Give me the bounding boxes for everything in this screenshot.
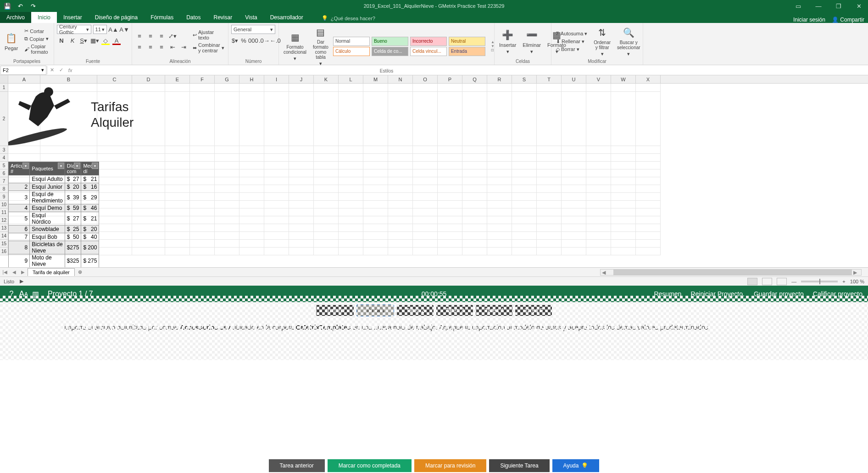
tab-developer[interactable]: Desarrollador [264,12,310,23]
col-header-S[interactable]: S [512,75,537,83]
row-header[interactable]: 12 [0,216,8,224]
table-header[interactable]: Artículo #▾ [9,162,30,175]
bold-icon[interactable]: N [57,36,66,45]
accounting-icon[interactable]: $▾ [231,36,239,45]
cut-button[interactable]: ✂Cortar [22,28,51,34]
save-icon[interactable]: 💾 [4,2,11,10]
mark-review-button[interactable]: Marcar para revisión [414,459,486,472]
col-header-B[interactable]: B [40,75,97,83]
tab-review[interactable]: Revisar [207,12,239,23]
indent-dec-icon[interactable]: ⇤ [168,42,177,51]
formula-input[interactable] [75,69,868,71]
col-header-K[interactable]: K [314,75,339,83]
format-painter-button[interactable]: 🖌Copiar formato [22,43,51,55]
tab-home[interactable]: Inicio [31,12,57,23]
minimize-icon[interactable]: — [809,0,828,12]
col-header-U[interactable]: U [562,75,586,83]
align-middle-icon[interactable]: ≡ [146,31,155,40]
table-header[interactable]: Paquetes▾ [30,162,65,175]
format-table-button[interactable]: ▤Dar formato como tabla▾ [311,25,330,68]
border-icon[interactable]: ▦▾ [90,36,99,45]
col-header-M[interactable]: M [363,75,388,83]
redo-icon[interactable]: ↷ [29,2,37,10]
col-header-D[interactable]: D [132,75,165,83]
col-header-T[interactable]: T [537,75,562,83]
filter-icon[interactable]: ▾ [92,163,98,169]
view-layout-icon[interactable] [762,278,772,285]
zoom-slider[interactable] [801,281,838,282]
style-neutral[interactable]: Neutral [449,37,485,46]
col-header-I[interactable]: I [264,75,289,83]
indent-inc-icon[interactable]: ⇥ [179,42,188,51]
maximize-icon[interactable]: ❐ [829,0,848,12]
increase-decimal-icon[interactable]: .0→ [260,36,269,45]
tab-data[interactable]: Datos [180,12,207,23]
sheet-tab-active[interactable]: Tarifa de alquiler [28,268,75,276]
merge-center-button[interactable]: ⬌Combinar y centrar ▾ [191,42,226,54]
filter-icon[interactable]: ▾ [22,163,29,169]
tab-formulas[interactable]: Fórmulas [144,12,180,23]
zoom-value[interactable]: 100 % [850,279,864,284]
row-header[interactable]: 10 [0,201,8,208]
insert-cells-button[interactable]: ➕Insertar▾ [497,25,518,58]
row-header[interactable]: 5 [0,162,8,169]
style-celdavinc[interactable]: Celda vincul... [410,47,447,56]
enter-formula-icon[interactable]: ✓ [59,67,63,73]
orientation-icon[interactable]: ⤢▾ [168,31,177,40]
view-pagebreak-icon[interactable] [777,278,787,285]
paste-button[interactable]: 📋 Pegar [3,25,20,58]
table-row[interactable]: 3Esquí de Rendimiento$39$29 [9,191,99,204]
view-normal-icon[interactable] [747,278,757,285]
table-row[interactable]: 9Moto de Nieve$325$275 [9,254,99,268]
clear-button[interactable]: ◇ Borrar ▾ [554,46,589,53]
thousands-icon[interactable]: 000 [249,36,258,45]
table-row[interactable]: 4Esquí Demo$59$46 [9,204,99,212]
table-row[interactable]: 6Snowblade$25$20 [9,225,99,233]
table-row[interactable]: Esquí Adulto$27$21 [9,175,99,183]
undo-icon[interactable]: ↶ [17,2,24,10]
align-right-icon[interactable]: ≡ [157,42,166,51]
copy-button[interactable]: ⧉Copiar ▾ [22,35,51,42]
zoom-out-icon[interactable]: — [791,279,796,284]
percent-icon[interactable]: % [240,36,247,45]
col-header-C[interactable]: C [97,75,132,83]
col-header-L[interactable]: L [339,75,363,83]
style-bueno[interactable]: Bueno [372,37,408,46]
tell-me[interactable]: 💡¿Qué desea hacer? [318,13,379,23]
tab-file[interactable]: Archivo [0,12,31,23]
style-incorrecto[interactable]: Incorrecto [410,37,447,46]
autosum-button[interactable]: Σ Autosuma ▾ [554,30,589,37]
sort-filter-button[interactable]: ⇅Ordenar y filtrar▾ [592,25,612,58]
filter-icon[interactable]: ▾ [74,163,80,169]
select-all-corner[interactable] [0,75,8,83]
font-color-icon[interactable]: A [112,36,121,45]
row-header[interactable]: 9 [0,193,8,201]
help-button[interactable]: Ayuda 💡 [552,459,600,472]
col-header-R[interactable]: R [487,75,512,83]
close-icon[interactable]: ✕ [850,0,868,12]
share-button[interactable]: 👤 Compartir [832,17,864,23]
col-header-J[interactable]: J [289,75,314,83]
italic-icon[interactable]: K [68,36,77,45]
table-row[interactable]: 7Esquí Bob$50$40 [9,233,99,241]
name-box[interactable]: F2▾ [0,66,46,75]
next-task-button[interactable]: Siguiente Tarea [489,459,549,472]
row-header[interactable]: 11 [0,208,8,216]
wrap-text-button[interactable]: ↩Ajustar texto [191,29,226,41]
table-header[interactable]: Medio dí▾ [81,162,99,175]
row-header[interactable]: 3 [0,146,8,154]
sheet-nav-prev-icon[interactable]: ◀ [12,270,16,275]
row-header[interactable]: 15 [0,240,8,248]
fill-color-icon[interactable]: ◇ [101,36,110,45]
macro-icon[interactable]: ▶ [20,278,23,284]
row-header[interactable]: 13 [0,224,8,232]
underline-icon[interactable]: S ▾ [79,36,88,45]
align-top-icon[interactable]: ≡ [135,31,144,40]
style-calculo[interactable]: Cálculo [333,47,370,56]
col-header-F[interactable]: F [190,75,215,83]
tab-layout[interactable]: Diseño de página [89,12,144,23]
sheet-nav-first-icon[interactable]: |◀ [3,270,8,275]
col-header-P[interactable]: P [438,75,462,83]
col-header-O[interactable]: O [413,75,438,83]
mark-complete-button[interactable]: Marcar como completada [328,459,412,472]
